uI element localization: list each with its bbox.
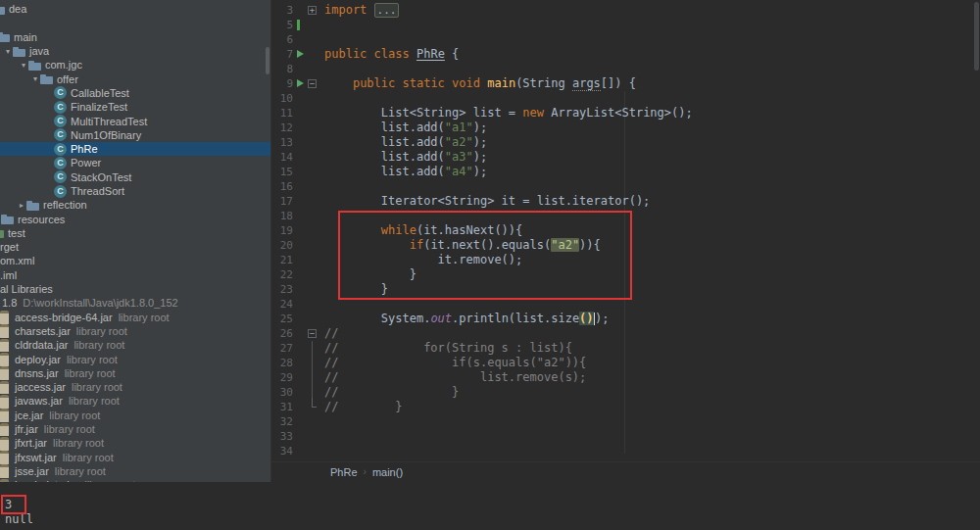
line-number[interactable]: 13 [271, 135, 295, 150]
tree-item-offer[interactable]: ▾offer [0, 72, 270, 85]
code-line[interactable]: 5 [271, 18, 980, 32]
line-number[interactable]: 8 [271, 62, 295, 76]
code-line[interactable]: 9 public static void main(String args[])… [271, 76, 980, 91]
code-line[interactable]: 18 [271, 209, 980, 223]
tree-item-main[interactable]: ▾main [0, 30, 270, 44]
code-line[interactable]: 21 it.remove(); [271, 253, 980, 267]
tree-item-rget[interactable]: rget [0, 240, 270, 254]
line-number[interactable]: 6 [271, 32, 295, 47]
tree-item-stackontest[interactable]: StackOnTest [0, 170, 270, 184]
line-number[interactable]: 14 [271, 150, 295, 165]
tree-item-om.xml[interactable]: om.xml [0, 254, 270, 267]
tree-item-java[interactable]: ▾java [0, 44, 270, 58]
tree-item-1.8[interactable]: 1.8D:\workInstall\Java\jdk1.8.0_152 [0, 296, 270, 310]
code-line[interactable]: 14 list.add("a3"); [271, 150, 980, 165]
code-line[interactable]: 30// } [271, 385, 980, 400]
code-line[interactable]: 13 list.add("a2"); [271, 135, 980, 150]
line-number[interactable]: 17 [271, 194, 295, 209]
code-line[interactable]: 11 List<String> list = new ArrayList<Str… [271, 106, 980, 120]
tree-item-.iml[interactable]: .iml [0, 268, 270, 282]
tree-item-javaws.jar[interactable]: javaws.jarlibrary root [0, 394, 270, 408]
code-line[interactable]: 25 System.out.println(list.size()); [271, 312, 980, 326]
line-number[interactable]: 28 [271, 356, 295, 370]
code-line[interactable]: 12 list.add("a1"); [271, 120, 980, 135]
code-line[interactable]: 3import ... [271, 3, 980, 18]
code-line[interactable]: 34 [271, 444, 980, 458]
line-number[interactable]: 12 [271, 120, 295, 135]
code-line[interactable]: 8 [271, 62, 980, 76]
line-number[interactable]: 5 [271, 18, 295, 32]
tree-item-jce.jar[interactable]: jce.jarlibrary root [0, 409, 270, 422]
tree-item-callabletest[interactable]: CallableTest [0, 86, 270, 100]
code-line[interactable]: 20 if(it.next().equals("a2")){ [271, 238, 980, 253]
line-number[interactable]: 29 [271, 370, 295, 385]
line-number[interactable]: 15 [271, 165, 295, 179]
chevron-right-icon[interactable]: ▸ [17, 201, 26, 210]
tree-item-com.jgc[interactable]: ▾com.jgc [0, 58, 270, 72]
tree-item-dnsns.jar[interactable]: dnsns.jarlibrary root [0, 366, 270, 380]
fold-minus-icon[interactable] [308, 79, 317, 88]
tree-item-dea[interactable]: dea [0, 2, 270, 16]
line-number[interactable]: 32 [271, 414, 295, 429]
breadcrumb-item-phre[interactable]: PhRe [324, 466, 364, 478]
run-gutter-icon[interactable] [297, 79, 304, 87]
tree-item-phre[interactable]: PhRe [0, 142, 270, 156]
tree-item-jfxswt.jar[interactable]: jfxswt.jarlibrary root [0, 451, 270, 464]
code-line[interactable]: 28// if(s.equals("a2")){ [271, 356, 980, 370]
code-line[interactable]: 23 } [271, 282, 980, 297]
run-gutter-icon[interactable] [297, 50, 304, 58]
fold-plus-icon[interactable] [308, 6, 317, 15]
line-number[interactable]: 20 [271, 238, 295, 253]
tree-item-resources[interactable]: resources [0, 212, 270, 225]
tree-item-power[interactable]: Power [0, 156, 270, 169]
line-number[interactable]: 21 [271, 253, 295, 267]
tree-item-al-libraries[interactable]: al Libraries [0, 282, 270, 296]
line-number[interactable]: 33 [271, 429, 295, 444]
code-line[interactable]: 27// for(String s : list){ [271, 341, 980, 356]
code-line[interactable]: 19 while(it.hasNext()){ [271, 223, 980, 238]
line-number[interactable]: 7 [271, 47, 295, 62]
tree-item-multithreadtest[interactable]: MultiThreadTest [0, 114, 270, 127]
tree-item-cldrdata.jar[interactable]: cldrdata.jarlibrary root [0, 338, 270, 352]
chevron-down-icon[interactable]: ▾ [19, 61, 28, 70]
line-number[interactable]: 27 [271, 341, 295, 356]
line-number[interactable]: 16 [271, 179, 295, 194]
run-console[interactable]: 3null [0, 482, 980, 530]
code-line[interactable]: 33 [271, 429, 980, 444]
tree-item-deploy.jar[interactable]: deploy.jarlibrary root [0, 352, 270, 365]
code-line[interactable]: 32 [271, 414, 980, 429]
chevron-down-icon[interactable]: ▾ [30, 74, 40, 83]
code-line[interactable]: 7public class PhRe { [271, 47, 980, 62]
line-number[interactable]: 11 [271, 106, 295, 120]
line-number[interactable]: 19 [271, 223, 295, 238]
code-line[interactable]: 26// [271, 326, 980, 341]
tree-item-access-bridge-64.jar[interactable]: access-bridge-64.jarlibrary root [0, 311, 270, 324]
editor-scrollbar[interactable] [972, 0, 980, 461]
code-line[interactable]: 29// list.remove(s); [271, 370, 980, 385]
tree-item-jfr.jar[interactable]: jfr.jarlibrary root [0, 422, 270, 436]
tree-scrollbar-thumb[interactable] [266, 47, 270, 74]
tree-item-num1ofbinary[interactable]: Num1OfBinary [0, 128, 270, 142]
line-number[interactable]: 10 [271, 91, 295, 106]
tree-item-jfxrt.jar[interactable]: jfxrt.jarlibrary root [0, 436, 270, 450]
line-number[interactable]: 25 [271, 312, 295, 326]
tree-item-reflection[interactable]: ▸reflection [0, 198, 270, 212]
line-number[interactable]: 24 [271, 297, 295, 312]
code-line[interactable]: 6 [271, 32, 980, 47]
fold-minus-icon[interactable] [308, 329, 317, 338]
code-line[interactable]: 16 [271, 179, 980, 194]
tree-item-threadsort[interactable]: ThreadSort [0, 184, 270, 198]
chevron-down-icon[interactable]: ▾ [3, 47, 13, 56]
tree-item-jaccess.jar[interactable]: jaccess.jarlibrary root [0, 380, 270, 394]
line-number[interactable]: 26 [271, 326, 295, 341]
tree-item-test[interactable]: test [0, 226, 270, 240]
code-line[interactable]: 17 Iterator<String> it = list.iterator()… [271, 194, 980, 209]
line-number[interactable]: 23 [271, 282, 295, 297]
editor-scrollbar-thumb[interactable] [974, 2, 979, 71]
line-number[interactable]: 30 [271, 385, 295, 400]
project-tree-panel[interactable]: dea▾main▾java▾com.jgc▾offerCallableTestF… [0, 0, 271, 482]
code-line[interactable]: 24 [271, 297, 980, 312]
tree-item-finalizetest[interactable]: FinalizeTest [0, 100, 270, 114]
line-number[interactable]: 18 [271, 209, 295, 223]
code-line[interactable]: 31// } [271, 400, 980, 414]
